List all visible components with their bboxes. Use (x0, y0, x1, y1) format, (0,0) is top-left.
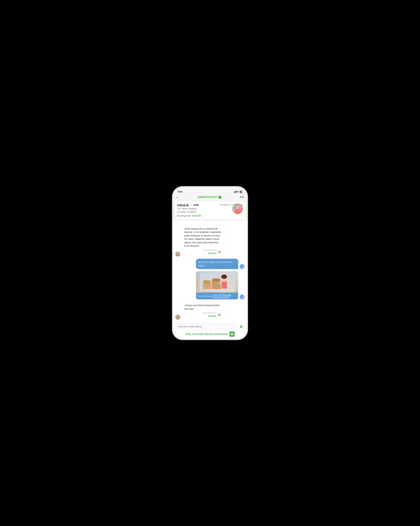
camera-icon-button[interactable] (229, 331, 235, 337)
last-active-time: 45 mins. ago (231, 203, 243, 206)
svg-rect-12 (221, 282, 227, 289)
svg-marker-18 (240, 325, 243, 328)
message-row-2: Your Link is this. Let me know if it wor… (175, 259, 245, 269)
link-card[interactable]: domainname.com Open with Open with Smart… (196, 271, 238, 300)
translate-bot-icon-1: 🤖 (217, 250, 222, 254)
message-text-4: ¡Gracias por Envíe Enlaces! Están listo … (184, 304, 220, 310)
chat-title: SMARTCHAT (198, 195, 217, 199)
message-text-2: Your Link is this. Let me know if it wor… (198, 261, 232, 267)
message-text-1: ¡Hola! gracias por su solicitud de reser… (184, 227, 221, 247)
input-row (175, 323, 245, 330)
booking-total-row: Booking total: $123.50 (177, 214, 230, 217)
camera-row: TAKE A PICTURE OR UPLOAD IMAGES (175, 330, 245, 337)
battery-icon: ▮ (240, 190, 242, 193)
status-time: 9:41 (178, 190, 182, 193)
sender-avatar-1 (175, 252, 180, 257)
svg-rect-10 (213, 278, 220, 282)
last-active-label: Last active: (219, 203, 230, 206)
sender-avatar-3 (240, 294, 245, 300)
phone-notch (198, 187, 222, 192)
send-button[interactable] (239, 324, 245, 330)
user-rating: 4.89 (194, 204, 198, 206)
sender-avatar-4 (175, 314, 180, 320)
input-area: TAKE A PICTURE OR UPLOAD IMAGES (173, 321, 247, 339)
header-top-row: ← SMARTCHAT i ••• (176, 195, 244, 199)
header-title-wrap: SMARTCHAT i (198, 195, 222, 199)
link-card-illustration (196, 271, 238, 293)
svg-point-4 (177, 253, 179, 254)
svg-point-16 (177, 315, 179, 317)
booking-info: 4 hr. Home Cleaningon 5/4/22, 12:30PM (177, 207, 230, 213)
translate-text-4: HALLO SMART Ai Translate (203, 312, 216, 318)
sender-avatar-2 (240, 264, 245, 269)
translate-link-1[interactable]: Translate (208, 252, 216, 254)
translate-badge-1[interactable]: HALLO SMART Ai Translate 🤖 (184, 249, 222, 255)
message-bubble-4: ¡Gracias por Envíe Enlaces! Están listo … (182, 302, 224, 320)
message-row-1: ¡Hola! gracias por su solicitud de reser… (175, 225, 245, 257)
translate-bot-icon-4: 🤖 (217, 313, 222, 317)
message-input[interactable] (175, 323, 237, 330)
phone-frame: 9:41 ▾ ▮ ← SMARTCHAT i ••• Felicia M (173, 187, 247, 339)
status-icons: ▾ ▮ (234, 190, 242, 193)
svg-rect-8 (204, 280, 210, 284)
booking-detail: 4 hr. Home Cleaningon 5/4/22, 12:30PM (177, 208, 196, 213)
svg-rect-21 (232, 333, 233, 334)
translate-badge-4[interactable]: HALLO SMART Ai Translate 🤖 (184, 312, 222, 318)
wifi-icon: ▾ (238, 190, 239, 193)
link-domain: domainname.com (198, 295, 213, 297)
booking-amount: $123.50 (192, 214, 201, 217)
message-row-4: ¡Gracias por Envíe Enlaces! Están listo … (175, 302, 245, 320)
user-name[interactable]: Felicia M. (177, 203, 189, 206)
more-options-button[interactable]: ••• (240, 195, 244, 199)
back-button[interactable]: ← (176, 195, 179, 199)
message-bubble-1: ¡Hola! gracias por su solicitud de reser… (182, 225, 224, 257)
link-open-text[interactable]: Open with Open with SmartLink Protect (213, 294, 236, 298)
signal-icon (234, 191, 237, 193)
message-bubble-2: Your Link is this. Let me know if it wor… (196, 259, 238, 269)
booking-total-label: Booking total: (177, 214, 191, 217)
last-active-row: Last active: 45 mins. ago (219, 203, 243, 206)
translate-link-4[interactable]: Translate (208, 315, 216, 317)
message-row-3: domainname.com Open with Open with Smart… (175, 271, 245, 300)
chat-header: ← SMARTCHAT i ••• (173, 194, 247, 201)
hallo-label-4: HALLO SMART Ai (203, 312, 216, 314)
info-icon[interactable]: i (218, 196, 222, 199)
link-card-image (196, 271, 238, 293)
svg-point-20 (232, 334, 233, 335)
svg-rect-22 (233, 334, 233, 334)
user-info-card: Felicia M. ★ 4.89 4 hr. Home Cleaningon … (175, 201, 245, 219)
camera-text[interactable]: TAKE A PICTURE OR UPLOAD IMAGES (185, 333, 228, 335)
hallo-label-1: HALLO SMART Ai (203, 249, 216, 251)
link-card-footer: domainname.com Open with Open with Smart… (196, 293, 238, 299)
svg-point-13 (221, 275, 227, 279)
translate-text-1: HALLO SMART Ai Translate (203, 249, 216, 255)
chat-area: ¡Hola! gracias por su solicitud de reser… (173, 221, 247, 321)
star-icon: ★ (190, 204, 193, 206)
